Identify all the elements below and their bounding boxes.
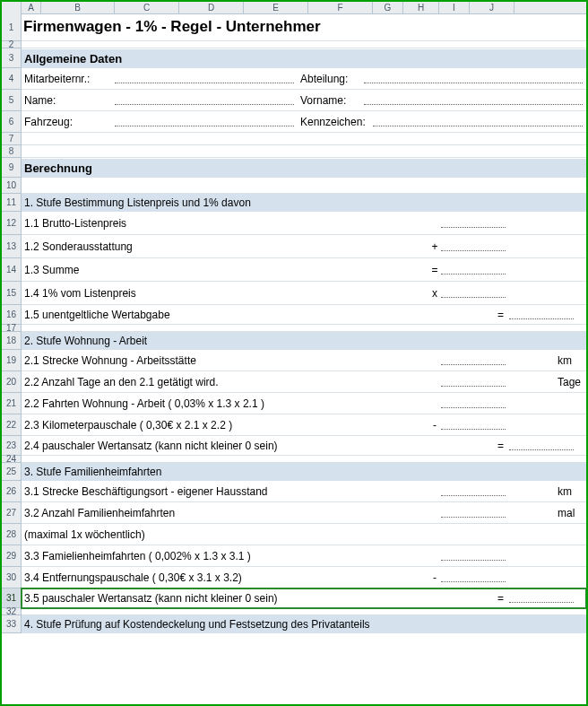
row-header-6[interactable]: 6 (2, 111, 22, 133)
row-header-10[interactable]: 10 (2, 178, 22, 194)
row-header-27[interactable]: 27 (2, 502, 22, 524)
row-header-26[interactable]: 26 (2, 481, 22, 502)
abteilung-label: Abteilung: (298, 70, 364, 88)
stufe3-r2b: (maximal 1x wöchentlich) (22, 526, 586, 544)
stufe3-r4-input[interactable] (441, 570, 506, 582)
row-header-4[interactable]: 4 (2, 68, 22, 90)
stufe2-r3-input[interactable] (441, 396, 506, 408)
section-allgemeine-daten: Allgemeine Daten (22, 48, 586, 68)
stufe1-r4-input[interactable] (441, 285, 506, 298)
stufe2-header: 2. Stufe Wohnung - Arbeit (22, 332, 586, 350)
row-header-5[interactable]: 5 (2, 90, 22, 111)
stufe3-r2-input[interactable] (441, 505, 506, 518)
kennzeichen-label: Kennzeichen: (298, 113, 373, 131)
row-header-20[interactable]: 20 (2, 371, 22, 393)
stufe1-header: 1. Stufe Bestimmung Listenpreis und 1% d… (22, 194, 586, 212)
col-header-d[interactable]: D (179, 2, 244, 14)
stufe3-r3: 3.3 Famielienheimfahrten ( 0,002% x 1.3 … (22, 547, 441, 565)
mitarbeiter-input[interactable] (115, 71, 294, 83)
corner-cell[interactable] (2, 2, 22, 14)
fahrzeug-input[interactable] (115, 114, 294, 126)
col-header-e[interactable]: E (244, 2, 308, 14)
stufe1-r5-input[interactable] (509, 307, 574, 319)
equals-operator-4: = (419, 592, 509, 605)
mitarbeiter-label: Mitarbeiternr.: (22, 70, 115, 88)
row-header-7[interactable]: 7 (2, 133, 22, 145)
stufe3-r5-input[interactable] (509, 590, 574, 603)
stufe3-r2: 3.2 Anzahl Familienheimfahrten (22, 504, 441, 522)
stufe3-r3-input[interactable] (441, 548, 506, 561)
name-input[interactable] (115, 92, 294, 105)
stufe1-r2: 1.2 Sonderausstattung (22, 238, 428, 256)
row-header-24[interactable]: 24 (2, 456, 22, 463)
stufe2-r4: 2.3 Kilometerpauschale ( 0,30€ x 2.1 x 2… (22, 416, 428, 434)
row-header-23[interactable]: 23 (2, 436, 22, 456)
row-header-30[interactable]: 30 (2, 567, 22, 588)
equals-operator-3: = (419, 440, 509, 452)
stufe4-header: 4. Stufe Prüfung auf Kostendeckelung und… (22, 615, 586, 633)
stufe2-r1-input[interactable] (441, 353, 506, 365)
stufe3-r1-input[interactable] (441, 484, 506, 496)
stufe1-r4: 1.4 1% vom Listenpreis (22, 284, 428, 302)
col-header-c[interactable]: C (115, 2, 179, 14)
row-header-31[interactable]: 31 (2, 588, 22, 608)
stufe1-r1-input[interactable] (441, 215, 506, 228)
stufe3-r2-unit: mal (554, 507, 586, 519)
stufe2-r5-input[interactable] (509, 438, 574, 450)
stufe2-r3: 2.2 Fahrten Wohnung - Arbeit ( 0,03% x 1… (22, 395, 441, 413)
kennzeichen-input[interactable] (373, 114, 583, 126)
row-header-17[interactable]: 17 (2, 325, 22, 332)
col-header-g[interactable]: G (373, 2, 403, 14)
col-header-i[interactable]: I (439, 2, 470, 14)
row-header-11[interactable]: 11 (2, 194, 22, 212)
worksheet[interactable]: Firmenwagen - 1% - Regel - Unternehmer A… (22, 14, 586, 633)
stufe3-r4: 3.4 Entfernungspauschale ( 0,30€ x 3.1 x… (22, 569, 428, 587)
col-header-a[interactable]: A (22, 2, 41, 14)
col-header-j[interactable]: J (470, 2, 514, 14)
vorname-input[interactable] (364, 92, 583, 105)
row-header-15[interactable]: 15 (2, 282, 22, 305)
row-header-2[interactable]: 2 (2, 41, 22, 48)
row-header-1[interactable]: 1 (2, 14, 22, 41)
stufe1-r3-input[interactable] (441, 262, 506, 275)
abteilung-input[interactable] (364, 71, 583, 83)
equals-operator-2: = (419, 309, 509, 321)
stufe1-r5: 1.5 unentgeltliche Wertabgabe (22, 306, 419, 324)
col-header-f[interactable]: F (308, 2, 373, 14)
section-berechnung: Berechnung (22, 158, 586, 178)
stufe2-r4-input[interactable] (441, 417, 506, 430)
stufe1-r1: 1.1 Brutto-Listenpreis (22, 214, 428, 232)
row-header-3[interactable]: 3 (2, 48, 22, 68)
stufe3-r5: 3.5 pauschaler Wertansatz (kann nicht kl… (22, 589, 419, 607)
stufe2-r2: 2.2 Anzahl Tage an den 2.1 getätigt wird… (22, 373, 441, 391)
row-header-28[interactable]: 28 (2, 524, 22, 545)
minus-operator: - (428, 419, 441, 431)
stufe2-r1-unit: km (554, 354, 586, 367)
row-header-12[interactable]: 12 (2, 212, 22, 235)
minus-operator-2: - (428, 571, 441, 584)
plus-operator: + (428, 240, 441, 253)
stufe3-header: 3. Stufe Familienheimfahrten (22, 463, 586, 481)
stufe1-r2-input[interactable] (441, 239, 506, 251)
row-header-18[interactable]: 18 (2, 332, 22, 350)
row-header-21[interactable]: 21 (2, 393, 22, 414)
row-header-16[interactable]: 16 (2, 305, 22, 325)
row-header-25[interactable]: 25 (2, 463, 22, 481)
fahrzeug-label: Fahrzeug: (22, 113, 115, 131)
row-header-9[interactable]: 9 (2, 158, 22, 178)
row-header-32[interactable]: 32 (2, 608, 22, 615)
vorname-label: Vorname: (298, 92, 364, 109)
selected-row[interactable]: 3.5 pauschaler Wertansatz (kann nicht kl… (22, 588, 586, 608)
stufe2-r2-input[interactable] (441, 374, 506, 387)
row-header-13[interactable]: 13 (2, 235, 22, 258)
col-header-b[interactable]: B (41, 2, 115, 14)
row-header-14[interactable]: 14 (2, 258, 22, 282)
row-header-19[interactable]: 19 (2, 350, 22, 371)
name-label: Name: (22, 92, 115, 109)
row-header-8[interactable]: 8 (2, 145, 22, 158)
col-header-h[interactable]: H (403, 2, 439, 14)
row-header-22[interactable]: 22 (2, 414, 22, 436)
row-header-29[interactable]: 29 (2, 545, 22, 567)
stufe2-r1: 2.1 Strecke Wohnung - Arbeitsstätte (22, 352, 441, 370)
row-header-33[interactable]: 33 (2, 615, 22, 633)
